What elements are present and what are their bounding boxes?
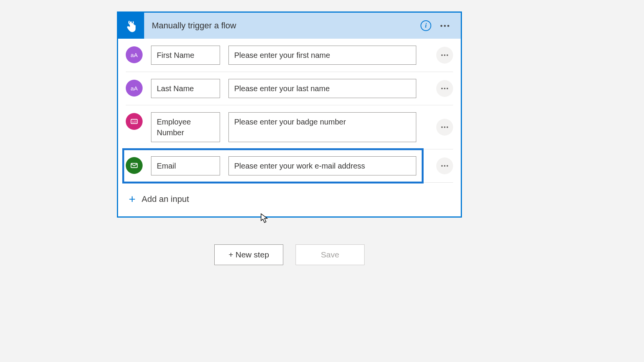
text-type-icon: aA — [126, 46, 143, 63]
trigger-header: Manually trigger a flow i — [118, 13, 461, 39]
footer-actions: + New step Save — [117, 244, 462, 265]
input-name-field[interactable] — [151, 46, 220, 65]
input-row-first-name: aA — [126, 39, 453, 72]
trigger-menu-button[interactable] — [438, 23, 452, 29]
svg-text:123: 123 — [132, 120, 136, 123]
input-description-field[interactable] — [228, 112, 416, 142]
input-name-field[interactable] — [151, 79, 220, 98]
input-row-menu-button[interactable] — [436, 119, 453, 136]
input-row-menu-button[interactable] — [436, 47, 453, 64]
add-input-button[interactable]: + Add an input — [126, 183, 453, 216]
input-row-menu-button[interactable] — [436, 80, 453, 97]
input-row-menu-button[interactable] — [436, 157, 453, 174]
input-row-email — [123, 149, 422, 182]
input-name-field[interactable] — [151, 112, 220, 142]
input-description-field[interactable] — [228, 46, 416, 65]
add-input-label: Add an input — [142, 194, 189, 204]
manual-trigger-icon — [118, 13, 144, 39]
new-step-button[interactable]: + New step — [214, 244, 283, 265]
input-row-employee-number: 123 — [126, 105, 453, 149]
input-description-field[interactable] — [228, 79, 416, 98]
trigger-body: aA aA — [118, 39, 461, 216]
trigger-card: Manually trigger a flow i aA — [117, 11, 462, 218]
number-type-icon: 123 — [126, 113, 143, 130]
save-button: Save — [296, 244, 365, 265]
text-type-icon: aA — [126, 80, 143, 97]
input-row-last-name: aA — [126, 72, 453, 105]
input-name-field[interactable] — [151, 156, 220, 175]
trigger-title: Manually trigger a flow — [144, 21, 421, 31]
email-type-icon — [126, 157, 143, 174]
plus-icon: + — [129, 193, 136, 205]
input-description-field[interactable] — [228, 156, 416, 175]
info-icon[interactable]: i — [421, 20, 431, 31]
